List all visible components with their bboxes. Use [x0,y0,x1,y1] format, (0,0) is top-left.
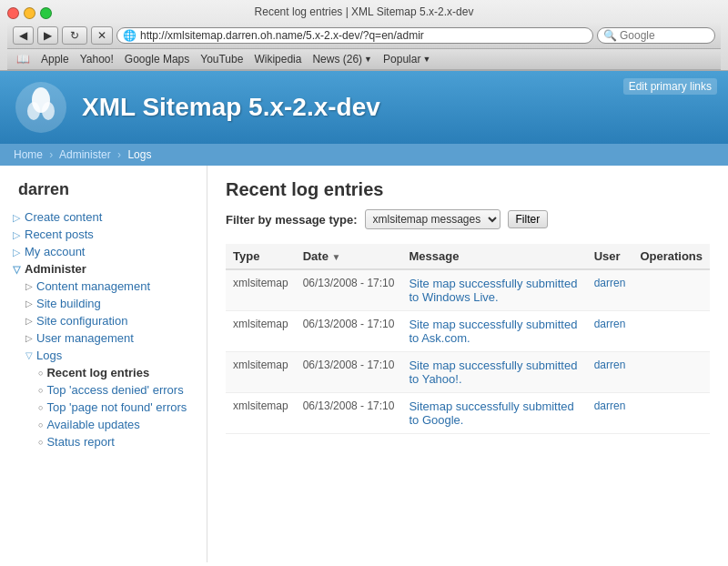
cell-user: darren [587,393,633,434]
search-input[interactable] [620,29,693,42]
access-denied-arrow-icon: ○ [38,386,43,395]
sidebar-item-site-building[interactable]: ▷ Site building [0,295,207,312]
breadcrumb-sep-1: › [49,148,53,161]
available-updates-arrow-icon: ○ [38,420,43,430]
main-content: Recent log entries Filter by message typ… [207,166,728,562]
site-title: XML Sitemap 5.x-2.x-dev [82,93,380,122]
message-link[interactable]: Site map successfully submitted to Windo… [409,277,577,304]
col-date[interactable]: Date ▼ [296,244,402,269]
breadcrumb-home[interactable]: Home [14,148,43,161]
browser-toolbar: ◀ ▶ ↻ ✕ 🌐 🔍 [7,23,721,49]
sidebar-item-my-account[interactable]: ▷ My account [0,243,207,260]
news-dropdown-icon: ▼ [364,55,372,64]
open-book-icon: 📖 [16,53,30,66]
breadcrumb: Home › Administer › Logs [0,144,728,166]
bookmark-apple[interactable]: Apple [41,53,69,66]
bookmark-popular[interactable]: Popular ▼ [383,53,430,66]
recent-log-arrow-icon: ○ [38,369,43,378]
cell-type: xmlsitemap [226,352,296,393]
sidebar-item-recent-posts[interactable]: ▷ Recent posts [0,226,207,243]
cell-ops [632,393,710,434]
popular-dropdown-icon: ▼ [422,55,430,64]
recent-posts-arrow-icon: ▷ [13,229,20,241]
message-link[interactable]: Sitemap successfully submitted to Google… [409,399,573,427]
my-account-arrow-icon: ▷ [13,247,20,258]
bookmark-yahoo[interactable]: Yahoo! [80,53,114,66]
cell-ops [632,352,710,393]
message-link[interactable]: Site map successfully submitted to Yahoo… [409,359,577,386]
search-bar: 🔍 [597,27,715,44]
table-header-row: Type Date ▼ Message User Operations [226,244,710,269]
close-button[interactable] [7,7,19,19]
globe-icon: 🌐 [123,29,136,42]
url-bar: 🌐 [116,27,593,44]
table-row: xmlsitemap 06/13/2008 - 17:10 Site map s… [226,352,710,393]
sidebar-item-site-config[interactable]: ▷ Site configuration [0,312,207,329]
sidebar-item-status-report[interactable]: ○ Status report [0,433,207,450]
cell-date: 06/13/2008 - 17:10 [296,393,402,434]
cell-date: 06/13/2008 - 17:10 [296,311,402,352]
cell-date: 06/13/2008 - 17:10 [296,269,402,311]
refresh-button[interactable]: ↻ [62,26,87,45]
filter-button[interactable]: Filter [508,210,549,228]
site-header: Edit primary links XML Sitemap 5.x-2.x-d… [0,71,728,144]
logs-arrow-icon: ▽ [25,350,33,360]
edit-primary-links[interactable]: Edit primary links [623,78,717,95]
cell-ops [632,269,710,311]
bookmark-wikipedia[interactable]: Wikipedia [254,53,301,66]
forward-button[interactable]: ▶ [37,26,58,45]
cell-ops [632,311,710,352]
sidebar-section-administer[interactable]: ▽ Administer [0,260,207,278]
title-bar: Recent log entries | XML Sitemap 5.x-2.x… [7,5,721,23]
content-area: darren ▷ Create content ▷ Recent posts ▷… [0,166,728,562]
cell-type: xmlsitemap [226,311,296,352]
sidebar-username: darren [0,177,207,208]
window-buttons [7,7,52,19]
stop-button[interactable]: ✕ [91,26,113,45]
sort-arrow-icon: ▼ [332,252,341,262]
bookmark-googlemaps[interactable]: Google Maps [125,53,189,66]
cell-message: Sitemap successfully submitted to Google… [401,393,586,434]
status-report-arrow-icon: ○ [38,438,43,447]
col-user: User [587,244,633,269]
cell-user: darren [587,311,633,352]
col-operations: Operations [632,244,710,269]
maximize-button[interactable] [40,7,52,19]
window-title: Recent log entries | XML Sitemap 5.x-2.x… [255,5,474,18]
sidebar-item-create-content[interactable]: ▷ Create content [0,208,207,226]
col-message: Message [401,244,586,269]
cell-type: xmlsitemap [226,269,296,311]
log-table: Type Date ▼ Message User Operations xmls… [226,244,710,434]
back-button[interactable]: ◀ [13,26,34,45]
bookmarks-bar: 📖 Apple Yahoo! Google Maps YouTube Wikip… [7,49,721,70]
sidebar-item-user-mgmt[interactable]: ▷ User management [0,329,207,347]
sidebar: darren ▷ Create content ▷ Recent posts ▷… [0,166,207,562]
site-building-arrow-icon: ▷ [25,298,33,308]
cell-message: Site map successfully submitted to Ask.c… [401,311,586,352]
sidebar-item-logs[interactable]: ▽ Logs [0,347,207,364]
table-row: xmlsitemap 06/13/2008 - 17:10 Sitemap su… [226,393,710,434]
page-wrapper: Edit primary links XML Sitemap 5.x-2.x-d… [0,71,728,562]
search-magnifier-icon: 🔍 [603,29,617,42]
table-row: xmlsitemap 06/13/2008 - 17:10 Site map s… [226,269,710,311]
sidebar-item-page-not-found[interactable]: ○ Top 'page not found' errors [0,399,207,416]
bookmark-news[interactable]: News (26) ▼ [312,53,372,66]
breadcrumb-administer[interactable]: Administer [59,148,111,161]
cell-date: 06/13/2008 - 17:10 [296,352,402,393]
bookmark-youtube[interactable]: YouTube [200,53,243,66]
table-row: xmlsitemap 06/13/2008 - 17:10 Site map s… [226,311,710,352]
message-link[interactable]: Site map successfully submitted to Ask.c… [409,318,577,345]
sidebar-item-available-updates[interactable]: ○ Available updates [0,416,207,433]
col-type: Type [226,244,296,269]
url-input[interactable] [140,29,587,42]
cell-message: Site map successfully submitted to Windo… [401,269,586,311]
minimize-button[interactable] [24,7,35,19]
cell-type: xmlsitemap [226,393,296,434]
sidebar-item-content-mgmt[interactable]: ▷ Content management [0,278,207,295]
sidebar-item-recent-log[interactable]: ○ Recent log entries [0,364,207,381]
cell-user: darren [587,269,633,311]
cell-user: darren [587,352,633,393]
page-not-found-arrow-icon: ○ [38,403,43,412]
filter-select[interactable]: xmlsitemap messages [365,209,500,229]
sidebar-item-access-denied[interactable]: ○ Top 'access denied' errors [0,381,207,399]
